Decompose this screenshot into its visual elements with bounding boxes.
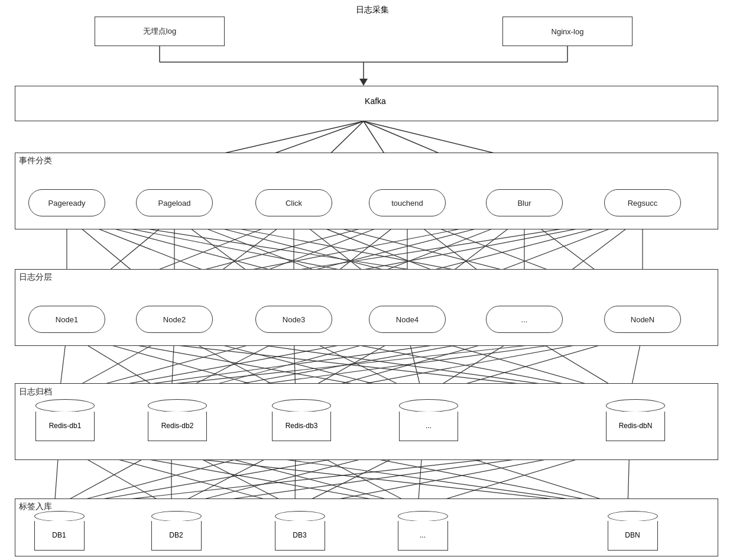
- pill-node4: Node4: [369, 306, 446, 333]
- pill-touchend: touchend: [369, 189, 446, 216]
- pill-node2: Node2: [136, 306, 213, 333]
- pill-pageready: Pageready: [28, 189, 105, 216]
- log-collection-label: 日志采集: [337, 5, 408, 15]
- pill-node-dots: ...: [486, 306, 563, 333]
- db1: DB1: [30, 507, 89, 553]
- redis-db3: Redis-db3: [266, 396, 337, 444]
- event-classification-label: 事件分类: [19, 156, 52, 166]
- pill-nodeN: NodeN: [604, 306, 681, 333]
- wumaidian-log-box: 无埋点log: [95, 17, 225, 46]
- db-dots: ...: [393, 507, 452, 553]
- pill-click: Click: [255, 189, 332, 216]
- nginx-log-box: Nginx-log: [502, 17, 633, 46]
- pill-node1: Node1: [28, 306, 105, 333]
- architecture-diagram: 日志采集 无埋点log Nginx-log Kafka 事件分类 Pagerea…: [0, 0, 733, 560]
- pill-regsucc: Regsucc: [604, 189, 681, 216]
- kafka-label: Kafka: [352, 96, 399, 106]
- db3: DB3: [270, 507, 329, 553]
- pill-blur: Blur: [486, 189, 563, 216]
- svg-marker-4: [359, 79, 368, 86]
- log-layer-label: 日志分层: [19, 272, 52, 283]
- redis-db1: Redis-db1: [30, 396, 100, 444]
- dbN: DBN: [603, 507, 662, 553]
- redis-dbN: Redis-dbN: [600, 396, 671, 444]
- pill-node3: Node3: [255, 306, 332, 333]
- pill-pageload: Pageload: [136, 189, 213, 216]
- redis-dots: ...: [393, 396, 464, 444]
- db2: DB2: [147, 507, 206, 553]
- redis-db2: Redis-db2: [142, 396, 213, 444]
